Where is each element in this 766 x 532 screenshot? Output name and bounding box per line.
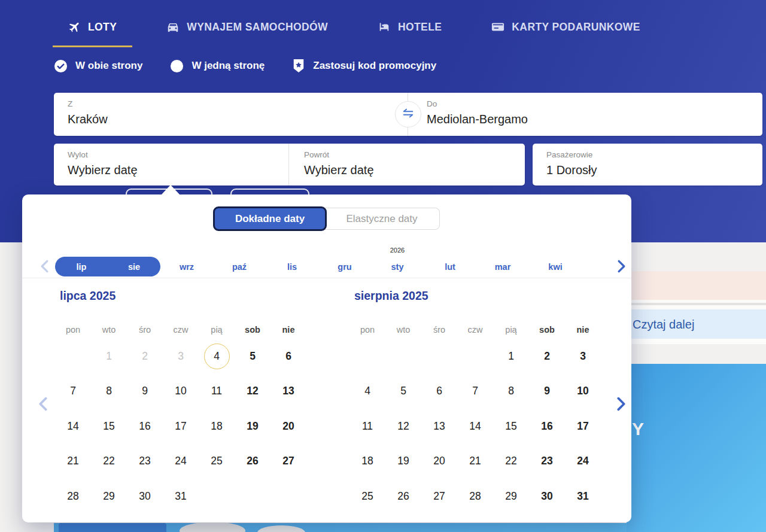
calendar-day-6[interactable]: 6 <box>270 339 306 374</box>
calendar-day-28[interactable]: 28 <box>55 479 91 514</box>
radio-one-way[interactable]: W jedną stronę <box>170 59 265 73</box>
read-more-link[interactable]: Czytaj dalej <box>633 318 694 332</box>
calendar-day-18[interactable]: 18 <box>199 409 235 444</box>
calendar-day-20[interactable]: 20 <box>421 444 457 479</box>
calendar-day-12[interactable]: 12 <box>235 374 270 409</box>
month-title: lipca 2025 <box>60 289 306 303</box>
calendar-day-2[interactable]: 2 <box>529 339 565 374</box>
route-fields: Z Kraków Do Mediolan-Bergamo <box>54 93 762 136</box>
weekday-header-row: ponwtośroczwpiąsobnie <box>349 321 601 339</box>
calendar-day-26[interactable]: 26 <box>235 444 270 479</box>
calendar-day-30[interactable]: 30 <box>529 479 565 514</box>
calendar-day-25[interactable]: 25 <box>199 444 235 479</box>
month-pill-lis[interactable]: lis <box>266 257 318 276</box>
tab-car-rental[interactable]: WYNAJEM SAMOCHODÓW <box>150 11 344 47</box>
calendar-day-12[interactable]: 12 <box>385 409 421 444</box>
swap-arrows-icon <box>402 107 415 122</box>
calendar-day-28[interactable]: 28 <box>457 479 493 514</box>
calendar-day-8[interactable]: 8 <box>493 374 529 409</box>
months-next-button[interactable] <box>611 256 631 276</box>
swap-airports-button[interactable] <box>395 101 421 127</box>
calendar-day-16[interactable]: 16 <box>127 409 163 444</box>
calendar-day-15[interactable]: 15 <box>493 409 529 444</box>
calendar-day-10[interactable]: 10 <box>565 374 601 409</box>
calendar-day-24[interactable]: 24 <box>163 444 199 479</box>
calendar-day-16[interactable]: 16 <box>529 409 565 444</box>
destination-field[interactable]: Do Mediolan-Bergamo <box>408 93 762 136</box>
calendar-day-14[interactable]: 14 <box>457 409 493 444</box>
month-pill-lip[interactable]: lip <box>55 257 108 276</box>
calendar-day-31[interactable]: 31 <box>565 479 601 514</box>
calendar-day-3[interactable]: 3 <box>565 339 601 374</box>
calendar-day-4[interactable]: 4 <box>199 339 235 374</box>
calendar-day-27[interactable]: 27 <box>270 444 306 479</box>
calendar-next-button[interactable] <box>611 394 631 414</box>
calendar-day-14[interactable]: 14 <box>55 409 91 444</box>
radio-round-trip[interactable]: W obie strony <box>54 59 142 73</box>
exact-dates-button[interactable]: Dokładne daty <box>213 206 327 231</box>
month-pill-sty[interactable]: sty2026 <box>371 257 424 276</box>
return-date-field[interactable]: Powrót Wybierz datę <box>289 144 525 186</box>
calendar-day-8[interactable]: 8 <box>91 374 127 409</box>
calendar-day-9[interactable]: 9 <box>529 374 565 409</box>
calendar-day-6[interactable]: 6 <box>421 374 457 409</box>
calendar-day-13[interactable]: 13 <box>270 374 306 409</box>
calendar-day-21[interactable]: 21 <box>457 444 493 479</box>
passengers-field[interactable]: Pasażerowie 1 Dorosły <box>533 144 762 186</box>
calendar-day-30[interactable]: 30 <box>127 479 163 514</box>
tab-hotels[interactable]: HOTELE <box>361 11 457 47</box>
departure-date-field[interactable]: Wylot Wybierz datę <box>54 144 289 186</box>
months-prev-button[interactable] <box>34 256 54 276</box>
empty-day-cell <box>55 339 91 374</box>
calendar-day-11[interactable]: 11 <box>349 409 385 444</box>
car-icon <box>166 20 180 34</box>
month-pill-paź[interactable]: paź <box>213 257 266 276</box>
calendar-day-19[interactable]: 19 <box>235 409 270 444</box>
calendar-day-9[interactable]: 9 <box>127 374 163 409</box>
month-pill-mar[interactable]: mar <box>476 257 529 276</box>
calendar-day-1: 1 <box>91 339 127 374</box>
calendar-day-17[interactable]: 17 <box>565 409 601 444</box>
calendar-day-25[interactable]: 25 <box>349 479 385 514</box>
month-pill-gru[interactable]: gru <box>318 257 371 276</box>
calendar-day-7[interactable]: 7 <box>55 374 91 409</box>
month-pill-lut[interactable]: lut <box>424 257 476 276</box>
radio-unchecked-icon <box>170 59 184 73</box>
calendar-day-19[interactable]: 19 <box>385 444 421 479</box>
calendar-day-21[interactable]: 21 <box>55 444 91 479</box>
calendar-day-24[interactable]: 24 <box>565 444 601 479</box>
calendar-day-29[interactable]: 29 <box>493 479 529 514</box>
origin-field[interactable]: Z Kraków <box>54 93 408 136</box>
tab-gift-cards[interactable]: KARTY PODARUNKOWE <box>475 11 656 47</box>
date-fields: Wylot Wybierz datę Powrót Wybierz datę <box>54 144 525 186</box>
month-pill-kwi[interactable]: kwi <box>529 257 582 276</box>
calendar-prev-button[interactable] <box>33 394 53 414</box>
calendar-day-10[interactable]: 10 <box>163 374 199 409</box>
calendar-day-13[interactable]: 13 <box>421 409 457 444</box>
calendar-day-31[interactable]: 31 <box>163 479 199 514</box>
calendar-day-29[interactable]: 29 <box>91 479 127 514</box>
calendar-day-7[interactable]: 7 <box>457 374 493 409</box>
calendar-day-4[interactable]: 4 <box>349 374 385 409</box>
today-ring: 4 <box>204 343 230 369</box>
calendar-day-5[interactable]: 5 <box>385 374 421 409</box>
year-label: 2026 <box>371 247 424 254</box>
calendar-day-11[interactable]: 11 <box>199 374 235 409</box>
calendar-day-18[interactable]: 18 <box>349 444 385 479</box>
tab-label: LOTY <box>88 21 117 34</box>
calendar-day-1[interactable]: 1 <box>493 339 529 374</box>
calendar-day-20[interactable]: 20 <box>270 409 306 444</box>
promo-code-option[interactable]: Zastosuj kod promocyjny <box>292 59 436 73</box>
calendar-day-5[interactable]: 5 <box>235 339 270 374</box>
calendar-day-17[interactable]: 17 <box>163 409 199 444</box>
calendar-day-15[interactable]: 15 <box>91 409 127 444</box>
calendar-day-26[interactable]: 26 <box>385 479 421 514</box>
calendar-day-22[interactable]: 22 <box>493 444 529 479</box>
calendar-day-23[interactable]: 23 <box>529 444 565 479</box>
calendar-day-22[interactable]: 22 <box>91 444 127 479</box>
calendar-day-23[interactable]: 23 <box>127 444 163 479</box>
month-pill-wrz[interactable]: wrz <box>160 257 213 276</box>
month-pill-sie[interactable]: sie <box>108 257 160 276</box>
calendar-day-27[interactable]: 27 <box>421 479 457 514</box>
tab-flights[interactable]: LOTY <box>53 11 132 47</box>
